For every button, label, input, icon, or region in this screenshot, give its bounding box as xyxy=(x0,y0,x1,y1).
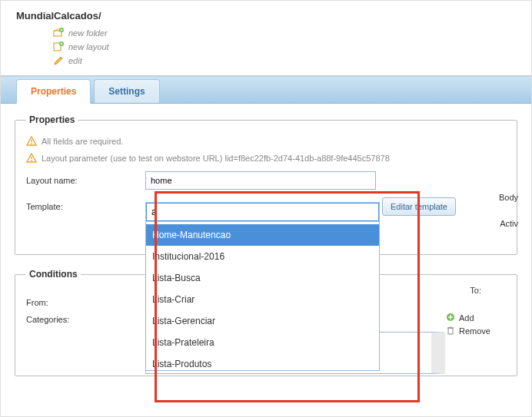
properties-legend: Properties xyxy=(26,114,78,125)
template-dropdown[interactable]: Home-Manutencao Institucional-2016 Lista… xyxy=(145,202,380,371)
required-warning: All fields are required. xyxy=(26,136,506,147)
template-option[interactable]: Lista-Prateleira xyxy=(146,332,379,353)
new-folder-icon xyxy=(53,28,64,38)
template-label: Template: xyxy=(26,202,145,211)
conditions-legend: Conditions xyxy=(26,269,81,280)
new-layout-label: new layout xyxy=(68,42,109,51)
new-layout-action[interactable]: new layout xyxy=(53,41,516,52)
add-icon xyxy=(446,313,455,323)
breadcrumb: MundialCalcados/ xyxy=(16,10,516,22)
remove-button[interactable]: Remove xyxy=(446,326,490,336)
top-header: MundialCalcados/ new folder new layout e… xyxy=(1,1,531,76)
edit-action[interactable]: edit xyxy=(53,55,516,66)
warning-icon xyxy=(26,136,37,147)
template-option[interactable]: Lista-Produtos xyxy=(146,353,379,370)
svg-point-5 xyxy=(31,143,32,144)
layout-name-label: Layout name: xyxy=(26,176,145,185)
categories-label: Categories: xyxy=(26,315,145,324)
edit-template-button[interactable]: Editar template xyxy=(382,197,456,216)
new-folder-action[interactable]: new folder xyxy=(53,28,516,38)
svg-point-7 xyxy=(31,160,32,161)
warning-icon xyxy=(26,153,37,164)
add-button[interactable]: Add xyxy=(446,313,490,323)
to-label: To: xyxy=(470,286,481,295)
lid-warning: Layout parameter (use to test on webstor… xyxy=(26,153,506,164)
edit-label: edit xyxy=(68,56,82,65)
tab-bar: Properties Settings xyxy=(1,76,531,104)
add-label: Add xyxy=(459,313,474,323)
template-option[interactable]: Lista-Busca xyxy=(146,267,379,289)
active-label: Activ xyxy=(500,219,518,228)
tab-properties[interactable]: Properties xyxy=(16,79,91,104)
required-text: All fields are required. xyxy=(42,137,123,146)
remove-label: Remove xyxy=(459,326,490,336)
template-option[interactable]: Home-Manutencao xyxy=(146,224,379,246)
from-label: From: xyxy=(26,298,145,307)
new-folder-label: new folder xyxy=(68,28,108,38)
tab-settings[interactable]: Settings xyxy=(94,79,159,103)
template-option[interactable]: Lista-Gerenciar xyxy=(146,310,379,332)
template-options-list[interactable]: Home-Manutencao Institucional-2016 Lista… xyxy=(146,224,379,370)
svg-rect-9 xyxy=(448,328,453,334)
new-layout-icon xyxy=(53,41,64,52)
lid-text: Layout parameter (use to test on webstor… xyxy=(42,154,390,163)
template-search-input[interactable] xyxy=(146,203,379,221)
pencil-icon xyxy=(53,55,64,66)
layout-name-input[interactable] xyxy=(145,171,376,190)
trash-icon xyxy=(446,326,455,336)
template-option[interactable]: Institucional-2016 xyxy=(146,246,379,267)
body-class-label: Body xyxy=(499,193,518,202)
template-option[interactable]: Lista-Criar xyxy=(146,289,379,310)
